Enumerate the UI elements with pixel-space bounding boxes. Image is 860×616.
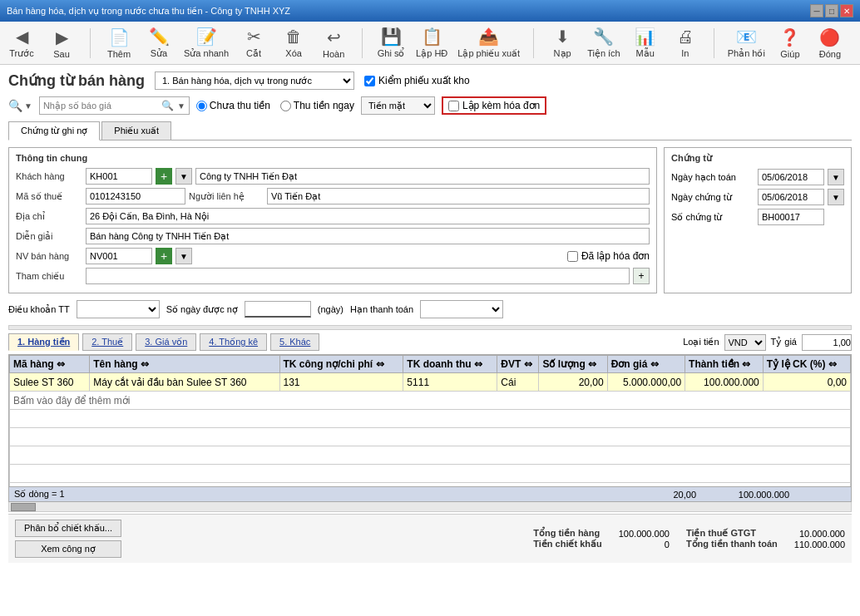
feedback-button[interactable]: 📧 Phản hồi: [728, 27, 765, 59]
da-lap-hoa-don-checkbox[interactable]: [567, 251, 578, 262]
table-row[interactable]: Sulee ST 360 Máy cắt vải đầu bàn Sulee S…: [10, 373, 851, 392]
toolbar-separator-2: [362, 28, 363, 58]
add-button[interactable]: 📄 Thêm: [104, 27, 134, 59]
nv-ban-hang-drop-button[interactable]: ▼: [175, 248, 192, 264]
invoice-label: Lập HĐ: [416, 48, 447, 59]
cut-icon: ✂: [247, 27, 261, 47]
doc-type-select[interactable]: 1. Bán hàng hóa, dịch vụ trong nước: [155, 71, 354, 90]
col-resize-ma-hang[interactable]: ⇔: [57, 358, 62, 370]
save-button[interactable]: 💾 Ghi sổ: [376, 27, 406, 59]
chua-thu-tien-radio[interactable]: Chưa thu tiền: [196, 100, 270, 111]
edit-button[interactable]: ✏️ Sửa: [144, 27, 174, 59]
thu-tien-ngay-radio[interactable]: Thu tiền ngay: [280, 100, 354, 111]
help-button[interactable]: ❓ Giúp: [775, 27, 805, 59]
col-resize-dt[interactable]: ⇔: [474, 358, 479, 370]
ngay-hach-toan-calendar[interactable]: ▼: [828, 169, 844, 185]
so-ngay-input[interactable]: [245, 301, 311, 318]
phan-bo-chiet-khau-button[interactable]: Phân bổ chiết khấu...: [15, 520, 121, 537]
close-icon: 🔴: [819, 27, 840, 47]
load-icon: ⬇: [556, 27, 570, 47]
col-resize-tt[interactable]: ⇔: [742, 358, 747, 370]
so-chung-tu-input[interactable]: [758, 209, 824, 225]
delete-button[interactable]: 🗑 Xóa: [279, 27, 309, 58]
dieu-khoan-select[interactable]: [77, 300, 160, 318]
kiem-phieu-checkbox[interactable]: [364, 76, 375, 86]
scrollbar-container[interactable]: [8, 502, 852, 512]
payment-method-select[interactable]: Tiền mặt: [361, 96, 435, 115]
maximize-button[interactable]: □: [825, 4, 838, 17]
khach-hang-drop-button[interactable]: ▼: [175, 168, 192, 185]
ty-gia-input[interactable]: [802, 334, 852, 351]
add-new-row[interactable]: Bấm vào đây để thêm mới: [10, 392, 851, 410]
search-option-arrow[interactable]: ▼: [177, 101, 185, 111]
lap-kem-hoa-don-wrap[interactable]: Lập kèm hóa đơn: [442, 96, 546, 115]
khach-hang-add-button[interactable]: +: [156, 168, 172, 185]
tab-gia-von[interactable]: 3. Giá vốn: [136, 333, 196, 351]
print-label: In: [681, 48, 689, 58]
undo-button[interactable]: ↩ Hoàn: [319, 27, 348, 59]
tham-chieu-input[interactable]: [86, 268, 630, 284]
quick-edit-button[interactable]: 📝 Sửa nhanh: [184, 27, 229, 59]
col-thanh-tien: Thành tiền ⇔: [685, 356, 764, 373]
nv-ban-hang-add-button[interactable]: +: [156, 248, 172, 264]
tab-hang-tien[interactable]: 1. Hàng tiền: [8, 333, 79, 351]
nguoi-lien-he-input[interactable]: [267, 188, 650, 205]
col-resize-dvt[interactable]: ⇔: [524, 358, 529, 370]
window-close-button[interactable]: ✕: [840, 4, 853, 17]
search-dropdown-arrow[interactable]: ▼: [24, 101, 32, 111]
nv-ban-hang-input[interactable]: [86, 248, 152, 264]
help-label: Giúp: [780, 49, 799, 59]
quick-edit-label: Sửa nhanh: [184, 48, 229, 59]
tab-khac[interactable]: 5. Khác: [270, 333, 319, 351]
back-icon: ◀: [16, 27, 28, 47]
minimize-button[interactable]: ─: [810, 4, 823, 17]
cut-button[interactable]: ✂ Cắt: [239, 27, 269, 59]
cell-so-luong: 20,00: [539, 373, 607, 392]
xem-cong-no-button[interactable]: Xem công nợ: [15, 540, 121, 558]
forward-label: Sau: [53, 49, 70, 59]
col-resize-ten-hang[interactable]: ⇔: [141, 358, 146, 370]
invoice-button[interactable]: 📋 Lập HĐ: [416, 27, 447, 59]
han-tt-select[interactable]: [420, 300, 503, 318]
empty-row-1: [10, 410, 851, 428]
ma-so-thue-input[interactable]: [86, 188, 185, 205]
sample-button[interactable]: 📊 Mẫu: [630, 27, 660, 59]
tab-phieu-xuat[interactable]: Phiếu xuất: [101, 121, 171, 140]
cell-don-gia: 5.000.000,00: [607, 373, 685, 392]
scrollbar-thumb[interactable]: [11, 503, 36, 511]
search-go-icon[interactable]: 🔍: [161, 100, 174, 111]
col-resize-tk[interactable]: ⇔: [376, 358, 381, 370]
search-input[interactable]: [43, 101, 158, 111]
load-button[interactable]: ⬇ Nạp: [547, 27, 577, 59]
export-slip-button[interactable]: 📤 Lập phiếu xuất: [457, 27, 520, 59]
tham-chieu-add-icon[interactable]: +: [633, 268, 650, 284]
col-resize-sl[interactable]: ⇔: [588, 358, 593, 370]
khach-hang-code-input[interactable]: [86, 168, 152, 185]
tab-thong-ke[interactable]: 4. Thống kê: [200, 333, 267, 351]
tab-chung-tu-ghi-no[interactable]: Chứng từ ghi nợ: [8, 121, 100, 140]
close-app-button[interactable]: 🔴 Đóng: [815, 27, 845, 59]
lap-kem-hoa-don-checkbox[interactable]: [448, 101, 459, 111]
edit-label: Sửa: [151, 48, 167, 59]
utility-button[interactable]: 🔧 Tiện ích: [587, 27, 620, 59]
ngay-hach-toan-input[interactable]: [758, 169, 824, 185]
tab-thue[interactable]: 2. Thuế: [82, 333, 132, 351]
col-resize-ck[interactable]: ⇔: [828, 358, 833, 370]
dia-chi-row: Địa chỉ: [16, 208, 650, 224]
forward-button[interactable]: ▶ Sau: [47, 27, 77, 59]
so-ngay-unit: (ngày): [318, 304, 344, 314]
so-chung-tu-row: Số chứng từ: [671, 209, 844, 225]
ngay-chung-tu-input[interactable]: [758, 189, 824, 205]
khach-hang-name-input[interactable]: [195, 168, 650, 185]
ngay-chung-tu-calendar[interactable]: ▼: [828, 189, 844, 205]
back-button[interactable]: ◀ Trước: [7, 27, 37, 59]
sections-row: Thông tin chung Khách hàng + ▼ Mã số thu…: [8, 147, 852, 293]
loai-tien-select[interactable]: VND: [724, 334, 766, 351]
dia-chi-input[interactable]: [86, 208, 650, 224]
col-resize-dg[interactable]: ⇔: [650, 358, 655, 370]
print-button[interactable]: 🖨 In: [670, 27, 700, 58]
footer-thanh-tien: 100.000.000: [696, 490, 796, 500]
dien-giai-input[interactable]: [86, 228, 650, 244]
cell-ty-le-ck: 0,00: [763, 373, 850, 392]
bottom-section: Phân bổ chiết khấu... Xem công nợ Tổng t…: [8, 514, 852, 563]
